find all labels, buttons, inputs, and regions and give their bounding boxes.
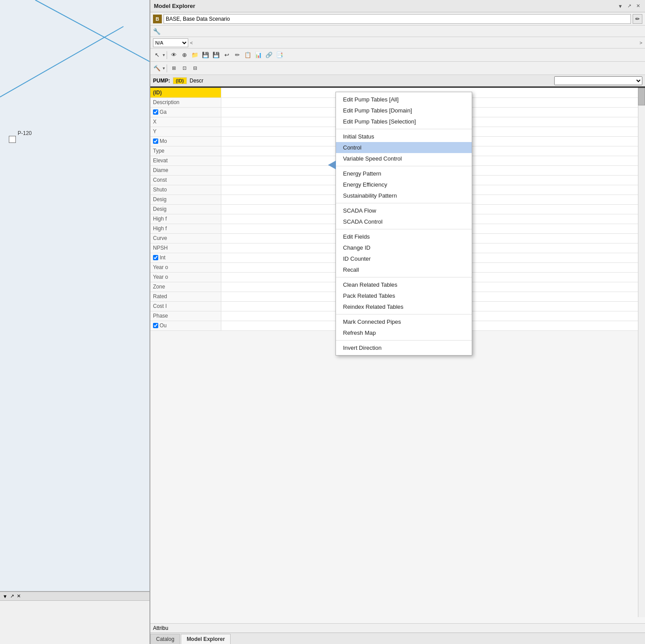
tab-catalog[interactable]: Catalog — [150, 634, 180, 644]
prop-const-label: Const — [150, 175, 221, 185]
tab-model-explorer-label: Model Explorer — [186, 636, 225, 642]
prop-phase-label: Phase — [150, 311, 221, 321]
prop-elev-label: Elevat — [150, 156, 221, 165]
sub-sep-1 — [167, 64, 167, 72]
menu-sep-3 — [336, 203, 472, 203]
menu-sep-4 — [336, 229, 472, 229]
filter-icon: 🔧 — [153, 28, 160, 35]
menu-item-change-id[interactable]: Change ID — [336, 242, 472, 253]
titlebar-pin-btn[interactable]: ▼ — [617, 3, 624, 10]
menu-item-edit-fields[interactable]: Edit Fields — [336, 231, 472, 242]
prop-y-label: Y — [150, 127, 221, 136]
bottom-panel-header: ▼ ↗ ✕ — [0, 592, 150, 601]
menu-sep-6 — [336, 314, 472, 315]
menu-item-control[interactable]: Control — [336, 142, 472, 153]
scrollbar-thumb[interactable] — [638, 88, 645, 105]
attrib-label: Attribu — [153, 625, 168, 631]
menu-item-edit-pump-selection[interactable]: Edit Pump Tables [Selection] — [336, 116, 472, 127]
prop-rated-label: Rated — [150, 292, 221, 301]
undo-btn[interactable]: ↩ — [222, 50, 231, 60]
menu-sep-7 — [336, 340, 472, 341]
save-btn[interactable]: 💾 — [201, 50, 210, 60]
menu-item-variable-speed[interactable]: Variable Speed Control — [336, 153, 472, 164]
scenario-icon: B — [153, 15, 162, 23]
eye-btn[interactable]: 👁 — [169, 50, 179, 60]
prop-npsh-label: NPSH — [150, 243, 221, 253]
menu-item-scada-control[interactable]: SCADA Control — [336, 216, 472, 227]
ga-checkbox[interactable] — [153, 109, 158, 115]
menu-item-energy-pattern[interactable]: Energy Pattern — [336, 168, 472, 179]
mo-checkbox[interactable] — [153, 139, 158, 144]
menu-item-clean-related[interactable]: Clean Related Tables — [336, 279, 472, 290]
doc-btn[interactable]: 📑 — [275, 50, 284, 60]
svg-line-1 — [0, 26, 123, 97]
menu-item-id-counter[interactable]: ID Counter — [336, 253, 472, 264]
prop-mo-label: Mo — [150, 136, 221, 146]
menu-arrow — [328, 161, 336, 169]
prop-int-label: Int — [150, 253, 221, 262]
filter-select[interactable]: N/A — [153, 38, 188, 47]
props-scrollbar[interactable] — [638, 88, 645, 617]
titlebar-close-btn[interactable]: ✕ — [634, 3, 641, 10]
titlebar-controls: ▼ ↗ ✕ — [617, 3, 641, 10]
menu-item-edit-pump-domain[interactable]: Edit Pump Tables [Domain] — [336, 105, 472, 116]
close-panel-icon[interactable]: ✕ — [17, 593, 21, 599]
bottom-panel: ▼ ↗ ✕ — [0, 591, 150, 644]
prop-year1-label: Year o — [150, 262, 221, 272]
sub-btn-3[interactable]: ⊟ — [190, 64, 200, 73]
attrib-row: Attribu — [150, 623, 645, 633]
pump-label-text: P-120 — [18, 130, 32, 136]
pointer-tool-btn[interactable]: ↖ — [152, 50, 162, 60]
pipe-select[interactable] — [554, 76, 642, 85]
menu-item-sustainability[interactable]: Sustainability Pattern — [336, 190, 472, 201]
props-header: PUMP: (ID) Descr — [150, 75, 645, 86]
hammer-dropdown-indicator: ▾ — [163, 66, 165, 71]
tab-catalog-label: Catalog — [156, 636, 174, 642]
menu-sep-5 — [336, 277, 472, 277]
dropdown-indicator: ▾ — [163, 52, 165, 57]
menu-item-energy-efficiency[interactable]: Energy Efficiency — [336, 179, 472, 190]
context-menu: Edit Pump Tables [All] Edit Pump Tables … — [336, 92, 472, 356]
filter-arrow: < — [190, 40, 193, 45]
scenario-row: B ✏ — [150, 12, 645, 26]
scenario-input[interactable] — [164, 14, 631, 24]
prop-desig2-label: Desig — [150, 204, 221, 214]
pipe-type-label: PUMP: — [153, 78, 170, 84]
scenario-edit-btn[interactable]: ✏ — [633, 14, 642, 24]
menu-item-scada-flow[interactable]: SCADA Flow — [336, 205, 472, 216]
menu-item-pack-related[interactable]: Pack Related Tables — [336, 290, 472, 301]
save2-btn[interactable]: 💾 — [211, 50, 221, 60]
int-checkbox[interactable] — [153, 255, 158, 260]
description-label: Descr — [190, 78, 203, 84]
chart-btn[interactable]: 📊 — [254, 50, 263, 60]
sub-btn-1[interactable]: ⊞ — [169, 64, 179, 73]
bottom-tabs: Catalog Model Explorer — [150, 633, 645, 644]
panel-title: Model Explorer — [154, 3, 195, 9]
filter-right-arrow: > — [640, 40, 642, 45]
link-btn[interactable]: 🔗 — [264, 50, 274, 60]
prop-highf2-label: High f — [150, 224, 221, 233]
main-toolbar: ↖ ▾ 👁 ⊕ 📁 💾 💾 ↩ ✏ 📋 📊 🔗 📑 — [150, 49, 645, 62]
prop-year2-label: Year o — [150, 272, 221, 282]
menu-item-initial-status[interactable]: Initial Status — [336, 131, 472, 142]
prop-zone-label: Zone — [150, 282, 221, 292]
tab-model-explorer[interactable]: Model Explorer — [181, 634, 231, 644]
titlebar-float-btn[interactable]: ↗ — [626, 3, 633, 10]
zoom-btn[interactable]: ⊕ — [179, 50, 189, 60]
prop-shuto-label: Shuto — [150, 185, 221, 195]
ou-checkbox[interactable] — [153, 323, 158, 328]
folder-btn[interactable]: 📁 — [190, 50, 200, 60]
menu-item-recall[interactable]: Recall — [336, 264, 472, 275]
hammer-btn[interactable]: 🔨 — [152, 64, 162, 73]
filter-row: 🔧 — [150, 26, 645, 37]
menu-item-refresh-map[interactable]: Refresh Map — [336, 327, 472, 338]
prop-highf1-label: High f — [150, 214, 221, 224]
menu-item-mark-connected[interactable]: Mark Connected Pipes — [336, 316, 472, 327]
edit-btn[interactable]: ✏ — [232, 50, 242, 60]
network-canvas — [0, 0, 150, 397]
menu-item-reindex-related[interactable]: Reindex Related Tables — [336, 301, 472, 312]
menu-item-invert-direction[interactable]: Invert Direction — [336, 342, 472, 353]
clipboard-btn[interactable]: 📋 — [243, 50, 253, 60]
menu-item-edit-pump-all[interactable]: Edit Pump Tables [All] — [336, 94, 472, 105]
sub-btn-2[interactable]: ⊡ — [179, 64, 189, 73]
